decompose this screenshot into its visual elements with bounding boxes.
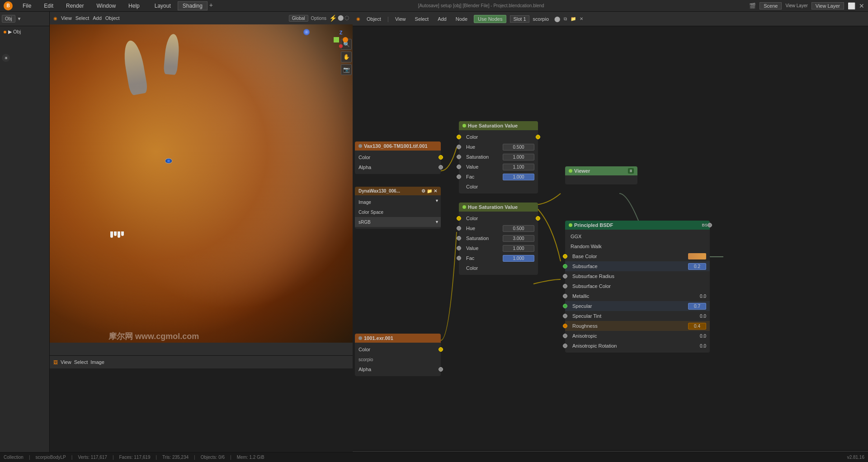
hue-sat-1-header[interactable]: Hue Saturation Value [459,121,538,130]
status-sep1: | [29,455,30,460]
tab-shading[interactable]: Shading [178,1,208,10]
bsdf-base-color-socket [563,254,567,259]
hs2-val-socket [457,246,461,250]
hs2-val-field[interactable]: 1.000 [503,245,534,252]
status-sep6: | [230,455,231,460]
texture-node-2-header[interactable]: 1001.exr.001 [355,334,441,343]
menu-render[interactable]: Render [63,2,86,10]
hs1-sat-field[interactable]: 1.000 [503,154,534,160]
viewport-shading-icon[interactable]: ⬤ [338,14,344,22]
hue-sat-2-header[interactable]: Hue Saturation Value [459,203,538,212]
overlay-icon[interactable]: ◌ [344,14,349,22]
view-menu-btn[interactable]: View [61,15,72,21]
image-dropdown[interactable]: ▼ [435,198,439,203]
workspace-tabs: Layout Shading + [150,1,213,10]
bsdf-subsurface-radius-row: Subsurface Radius [565,271,710,281]
viewer-header[interactable]: Viewer II [565,166,637,175]
shader-view-btn[interactable]: View [392,15,409,23]
watermark: 摩尔网 www.cgmol.com [108,331,199,342]
maximize-btn[interactable]: ⬜ [848,2,855,9]
bsdf-subsurface-row: Subsurface 0.2 [565,261,710,271]
move-icon[interactable]: ✋ [341,52,352,62]
material-new-icon[interactable]: 📁 [571,16,576,21]
hs2-color-in-socket [457,216,461,221]
bsdf-node: Principled BSDF BS GGX Random Walk Base … [565,221,710,353]
sep1: | [387,16,389,22]
use-nodes-btn[interactable]: Use Nodes [474,15,506,23]
bsdf-roughness-row: Roughness 0.4 [565,321,710,331]
hs1-hue-field[interactable]: 0.500 [503,144,534,151]
cs-dropdown[interactable]: sRGB [359,220,371,225]
view-layer-selector[interactable]: View Layer [811,2,844,9]
hs1-hue-row: Hue 0.500 [459,142,538,152]
bsdf-aniso-rot-socket [563,344,567,348]
left-panel-toolbar: Obj ▼ [0,12,49,26]
bsdf-header[interactable]: Principled BSDF BS [565,221,710,230]
cs-label: Color Space [359,210,383,215]
window-title: [Autosave] setup [obj] [Blender File] - … [220,3,742,8]
options-btn[interactable]: Options [311,16,326,21]
shader-node-btn[interactable]: Node [453,15,470,23]
material-copy-icon[interactable]: ⧉ [564,16,567,22]
image-view-btn[interactable]: View [61,359,71,365]
slot-selector[interactable]: Slot 1 [510,15,529,23]
version-area: v2.81.16 [847,455,864,460]
node-canvas: Vax130_006-TM1001.tif.001 Color Alpha [353,26,868,450]
outliner-item-1[interactable]: ▶ Obj [2,28,47,36]
add-workspace-btn[interactable]: + [209,1,213,10]
main-area: Obj ▼ ▶ Obj ☀ ◉ View Select Add Object G… [0,12,868,462]
viewport-header: ◉ View Select Add Object Global Options … [50,12,353,24]
bsdf-anisotropic-value: 0.0 [700,334,706,339]
hs2-fac-field[interactable]: 1.000 [503,255,534,262]
object-mode-btn[interactable]: Obj [2,15,15,23]
bsdf-subsurface-field[interactable]: 0.2 [688,263,706,270]
hue-sat-2-body: Color Hue 0.500 Saturation 3.000 [459,212,538,275]
add-menu-btn[interactable]: Add [93,15,102,21]
hs1-val-field[interactable]: 1.100 [503,164,534,170]
hs1-fac-socket [457,174,461,179]
render-preview-icon[interactable]: ⚡ [329,14,337,22]
shader-add-btn[interactable]: Add [435,15,449,23]
app-icon: B [4,1,13,10]
menu-window[interactable]: Window [94,2,118,10]
texture1-alpha-socket [439,165,443,170]
object-type-btn[interactable]: Object [364,15,384,23]
hs1-color-out-label: Color [462,184,478,189]
select-menu-btn[interactable]: Select [75,15,90,21]
bsdf-base-color-row: Base Color [565,251,710,261]
texture-node-1-header[interactable]: Vax130_006-TM1001.tif.001 [355,141,441,151]
bsdf-collapse [569,223,572,227]
menu-file[interactable]: File [20,2,34,10]
hue-sat-2-title: Hue Saturation Value [468,204,518,210]
image-select-btn[interactable]: Select [74,359,88,365]
shader-select-btn[interactable]: Select [412,15,432,23]
bsdf-roughness-field[interactable]: 0.4 [688,323,706,330]
scene-selector[interactable]: Scene [760,2,782,9]
camera-icon[interactable]: 📷 [341,64,352,75]
texture1-alpha-label: Alpha [359,165,437,170]
hs1-fac-field[interactable]: 1.000 [503,174,534,180]
global-dropdown[interactable]: Global [289,15,308,22]
menu-edit[interactable]: Edit [41,2,56,10]
base-color-swatch[interactable] [688,253,706,259]
material-name-display: scorpio [533,16,549,22]
image-data-header[interactable]: DynaWax130_006... ⚙ 📁 ✕ [355,187,441,195]
hs1-sat-socket [457,155,461,159]
hue-sat-2-node: Hue Saturation Value Color Hue 0.500 [459,203,538,275]
hs2-color-out-socket [536,216,540,221]
image-image-btn[interactable]: Image [90,359,104,365]
menu-help[interactable]: Help [126,2,142,10]
viewer-active-badge: II [628,168,634,174]
bsdf-specular-field[interactable]: 0.7 [688,303,706,310]
tab-layout[interactable]: Layout [150,1,176,10]
hs1-color-in-label: Color [462,134,534,140]
close-btn[interactable]: ✕ [859,2,864,9]
object-menu-btn[interactable]: Object [105,15,120,21]
bsdf-subsurface-socket [563,264,567,269]
tex2-color-row: Color [355,344,441,354]
hs2-sat-field[interactable]: 3.000 [503,235,534,242]
material-unlink-icon[interactable]: ✕ [580,16,583,21]
hs1-color-out-socket [536,135,540,139]
hs2-hue-field[interactable]: 0.500 [503,225,534,232]
bsdf-ss-color-label: Subsurface Color [569,283,611,289]
